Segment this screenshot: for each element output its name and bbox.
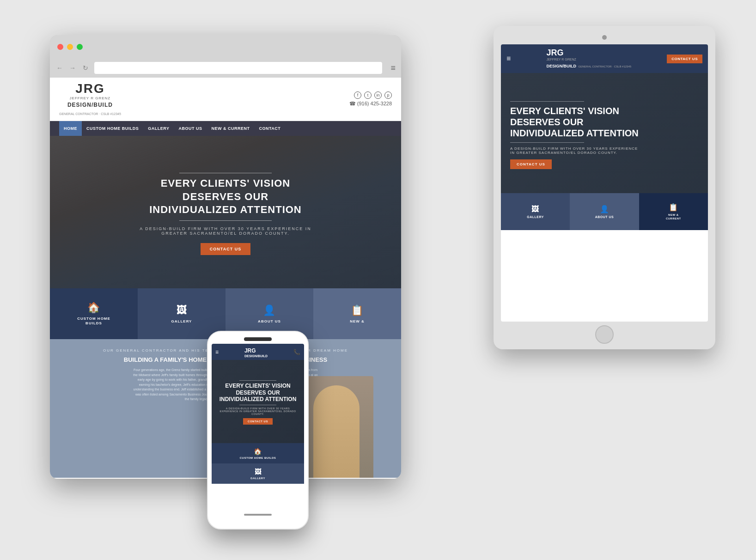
tablet-hero-divider-top [510,101,584,102]
hero-title: EVERY CLIENTS' VISION DESERVES OUR INDIV… [138,177,313,217]
tablet-hamburger-icon[interactable]: ≡ [506,55,511,63]
phone-hero: EVERY CLIENTS' VISION DESERVES OUR INDIV… [212,360,304,443]
social-icons: f t in p [354,91,392,99]
tablet-mockup: ≡ JRG JEFFREY R GRENZ DESIGN/BUILD GENER… [494,26,715,349]
nav-gallery[interactable]: GALLERY [143,121,174,136]
nav-new-current[interactable]: NEW & CURRENT [207,121,255,136]
tablet-person-icon: 👤 [600,205,610,213]
phone-mockup: ≡ JRG DESIGN/BUILD 📞 EVERY CLIENTS' VISI… [207,331,309,530]
phone-notch [244,337,272,341]
phone-tiles: 🏠 CUSTOM HOME BUILDS 🖼 GALLERY [212,443,304,484]
tablet-logo-jrg: JRG [546,48,563,57]
phone-tile-label-custom: CUSTOM HOME BUILDS [240,457,276,459]
phone-home-bar[interactable] [244,514,272,516]
header-right: f t in p ☎ (916) 425-3228 [349,91,392,107]
desktop-addressbar: ← → ↻ ≡ [50,58,401,78]
browser-menu-icon[interactable]: ≡ [390,63,396,73]
tablet-gallery-icon: 🖼 [531,205,539,213]
phone-hero-subtitle: A DESIGN-BUILD FIRM WITH OVER 30 YEARS E… [216,407,299,415]
phone-hero-divider-bottom [239,405,276,405]
tablet-logo: JRG JEFFREY R GRENZ DESIGN/BUILD GENERAL… [546,48,631,69]
phone-gallery-icon: 🖼 [255,468,262,475]
tablet-hero-title: EVERY CLIENTS' VISION DESERVES OUR INDIV… [510,105,639,139]
phone-screen: ≡ JRG DESIGN/BUILD 📞 EVERY CLIENTS' VISI… [212,344,304,510]
phone-number: ☎ (916) 425-3228 [349,101,392,107]
refresh-button[interactable]: ↻ [81,64,90,72]
person-silhouette [313,385,360,478]
phone-tile-gallery[interactable]: 🖼 GALLERY [212,463,304,484]
tablet-tiles: 🖼 GALLERY 👤 ABOUT US 📋 NEW &CURRENT [501,193,708,230]
desktop-titlebar [50,35,401,58]
tablet-clipboard-icon: 📋 [669,203,678,212]
tablet-logo-design: DESIGN/BUILD [546,64,576,68]
tablet-logo-contractor: GENERAL CONTRACTOR · CSLB #12345 [578,65,631,68]
tablet-tile-gallery[interactable]: 🖼 GALLERY [501,193,570,230]
hero-subtitle: A DESIGN-BUILD FIRM WITH OVER 30 YEARS E… [138,226,313,236]
site-header: JRG JEFFREY R GRENZ DESIGN/BUILD GENERAL… [50,78,401,121]
phone-logo-jrg: JRG [244,347,256,354]
phone-tile-label-gallery: GALLERY [250,477,265,480]
phone-home-icon: 🏠 [254,448,262,455]
tablet-site-header: ≡ JRG JEFFREY R GRENZ DESIGN/BUILD GENER… [501,44,708,73]
home-icon: 🏠 [87,302,100,314]
person-icon: 👤 [263,304,276,317]
tile-label-new: NEW & [350,319,365,323]
address-bar[interactable] [94,62,382,74]
tablet-screen: ≡ JRG JEFFREY R GRENZ DESIGN/BUILD GENER… [501,44,708,322]
facebook-icon[interactable]: f [354,91,361,99]
phone-hamburger-icon[interactable]: ≡ [215,349,219,355]
tablet-contact-button[interactable]: CONTACT US [667,55,702,63]
phone-tile-custom-home[interactable]: 🏠 CUSTOM HOME BUILDS [212,443,304,463]
person-image [299,376,373,478]
tablet-camera [602,35,607,40]
back-button[interactable]: ← [55,64,64,72]
tablet-hero-divider-bottom [510,142,584,143]
hero-text: EVERY CLIENTS' VISION DESERVES OUR INDIV… [138,169,313,255]
tile-label-custom-home: CUSTOM HOMEBUILDS [77,317,110,326]
tablet-logo-name: JEFFREY R GRENZ [546,58,631,61]
tablet-home-button[interactable] [595,325,614,344]
hero-contact-button[interactable]: CONTACT US [201,243,250,255]
tablet-tile-about-us[interactable]: 👤 ABOUT US [570,193,639,230]
phone-hero-divider-top [239,380,276,381]
instagram-icon[interactable]: in [374,91,382,99]
gallery-icon: 🖼 [177,304,187,317]
hero-section: EVERY CLIENTS' VISION DESERVES OUR INDIV… [50,136,401,288]
nav-custom-home-builds[interactable]: CUSTOM HOME BUILDS [82,121,143,136]
nav-home[interactable]: HOME [59,121,82,136]
phone-hero-title: EVERY CLIENTS' VISION DESERVES OUR INDIV… [219,383,297,402]
phone-site-header: ≡ JRG DESIGN/BUILD 📞 [212,344,304,360]
phone-call-icon[interactable]: 📞 [293,349,300,355]
tile-label-about: ABOUT US [258,319,281,323]
logo-name: JEFFREY R GRENZ [59,96,121,100]
maximize-button-dot[interactable] [77,44,83,50]
logo-contractor: GENERAL CONTRACTOR · CSLB #12345 [59,112,121,116]
tablet-tile-label-new-current: NEW &CURRENT [666,213,681,221]
nav-about-us[interactable]: ABOUT US [174,121,207,136]
close-button-dot[interactable] [57,44,63,50]
logo-jrg: JRG [75,81,105,96]
tablet-tile-new-current[interactable]: 📋 NEW &CURRENT [639,193,708,230]
scene: ← → ↻ ≡ JRG JEFFREY R GRENZ DESIGN/BUILD… [31,26,725,534]
nav-contact[interactable]: CONTACT [255,121,286,136]
phone-logo-design: DESIGN/BUILD [244,354,268,358]
site-logo: JRG JEFFREY R GRENZ DESIGN/BUILD GENERAL… [59,81,121,117]
clipboard-icon: 📋 [351,304,364,317]
forward-button[interactable]: → [68,64,77,72]
tablet-hero-contact-button[interactable]: CONTACT US [510,159,552,169]
minimize-button-dot[interactable] [67,44,73,50]
hero-divider-top [179,173,272,173]
tablet-hero: EVERY CLIENTS' VISION DESERVES OUR INDIV… [501,73,708,193]
tile-gallery[interactable]: 🖼 GALLERY [138,288,226,339]
phone-hero-contact-button[interactable]: CONTACT US [243,418,273,425]
tablet-tile-label-gallery: GALLERY [527,215,544,219]
tile-new-current[interactable]: 📋 NEW & [313,288,401,339]
tile-label-gallery: GALLERY [171,319,192,323]
site-nav: HOME CUSTOM HOME BUILDS GALLERY ABOUT US… [50,121,401,136]
tile-custom-home-builds[interactable]: 🏠 CUSTOM HOMEBUILDS [50,288,138,339]
pinterest-icon[interactable]: p [384,91,392,99]
phone-logo: JRG DESIGN/BUILD [244,346,268,358]
tablet-hero-subtitle: A DESIGN-BUILD FIRM WITH OVER 30 YEARS E… [510,146,640,155]
logo-design: DESIGN/BUILD [67,102,113,108]
twitter-icon[interactable]: t [364,91,372,99]
